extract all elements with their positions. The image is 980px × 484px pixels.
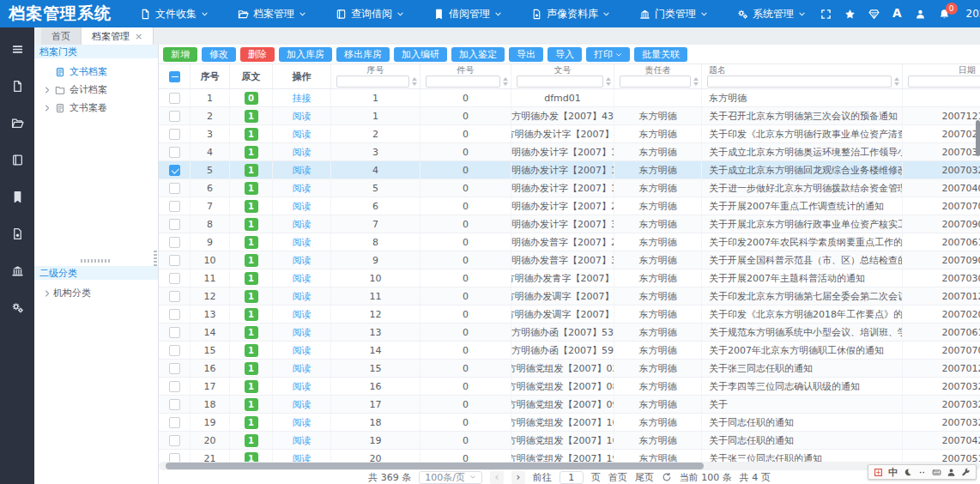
page-number-input[interactable] — [560, 471, 584, 484]
notification-bell[interactable]: 0 — [939, 9, 950, 20]
toolbar-button-8[interactable]: 导入 — [547, 47, 582, 62]
row-checkbox[interactable] — [169, 327, 180, 338]
row-checkbox[interactable] — [169, 219, 180, 230]
next-page-button[interactable]: › — [511, 471, 525, 484]
rail-item-folder-open[interactable] — [0, 105, 34, 142]
action-link[interactable]: 阅读 — [293, 380, 312, 393]
table-row[interactable]: 31阅读20东方明德办发计字【2007】4号东方明德关于印发《北京东方明德行政事… — [159, 125, 980, 143]
action-link[interactable]: 阅读 — [293, 434, 312, 447]
sort-control[interactable] — [409, 77, 420, 86]
toolbar-button-5[interactable]: 加入编研 — [394, 47, 447, 62]
prev-page-button[interactable]: ‹ — [490, 471, 504, 484]
action-link[interactable]: 阅读 — [293, 344, 312, 357]
row-checkbox[interactable] — [169, 147, 180, 158]
tree-item[interactable]: 机构分类 — [34, 284, 158, 302]
action-link[interactable]: 阅读 — [293, 110, 312, 123]
toolbar-button-4[interactable]: 移出库房 — [336, 47, 390, 62]
table-row[interactable]: 91阅读80东方明德办发普字【2007】25号东方明德关于印发2007年农民科学… — [159, 233, 980, 251]
action-link[interactable]: 阅读 — [293, 362, 312, 375]
action-link[interactable]: 阅读 — [293, 326, 312, 339]
row-checkbox[interactable] — [169, 381, 180, 392]
rail-item-gears[interactable] — [0, 289, 34, 326]
row-checkbox[interactable] — [169, 183, 180, 194]
tree-item[interactable]: 会计档案 — [34, 81, 158, 99]
table-row[interactable]: 51阅读40东方明德办发计字【2007】11号东方明德关于成立北京东方明德回龙观… — [159, 161, 980, 179]
table-row[interactable]: 61阅读50东方明德办发计字【2007】15号东方明德关于进一步做好北京东方明德… — [159, 179, 980, 197]
rail-item-bank[interactable] — [0, 252, 34, 289]
row-checkbox[interactable] — [169, 363, 180, 374]
filter-input-2[interactable] — [517, 76, 603, 88]
sort-asc-icon[interactable] — [606, 77, 611, 81]
table-row[interactable]: 131阅读120东方明德办发调字【2007】5号东方明德关于印发《北京东方明德2… — [159, 306, 980, 324]
filter-input-0[interactable] — [336, 76, 409, 88]
sort-desc-icon[interactable] — [606, 82, 611, 86]
sort-asc-icon[interactable] — [894, 77, 899, 81]
row-checkbox[interactable] — [169, 309, 180, 320]
action-link[interactable]: 阅读 — [293, 308, 312, 321]
table-row[interactable]: 21阅读10东方明德办发【2007】43号东方明德关于召开北京东方明德第三次会议… — [159, 107, 980, 125]
table-row[interactable]: 71阅读60东方明德办发计字【2007】27号东方明德关于开展2007年重点工作… — [159, 197, 980, 215]
first-page-link[interactable]: 首页 — [608, 471, 627, 484]
table-row[interactable]: 161阅读150东方明德党组发【2007】02号东方明德关于张三同志任职的通知2… — [159, 360, 980, 378]
sort-control[interactable] — [500, 77, 511, 86]
star-icon[interactable] — [844, 9, 856, 20]
row-checkbox[interactable] — [169, 165, 180, 176]
action-link[interactable]: 阅读 — [293, 218, 312, 231]
gem-icon[interactable] — [868, 9, 880, 20]
topnav-item-0[interactable]: 文件收集 — [125, 0, 223, 27]
sort-control[interactable] — [603, 77, 614, 86]
table-row[interactable]: 211阅读200东方明德党组发【2007】19号东方明德关于张三位同志任职的通知… — [159, 450, 980, 462]
action-link[interactable]: 阅读 — [293, 146, 312, 159]
sort-desc-icon[interactable] — [412, 82, 417, 86]
keyboard-icon[interactable] — [932, 468, 941, 477]
row-checkbox[interactable] — [169, 273, 180, 284]
action-link[interactable]: 阅读 — [293, 452, 312, 463]
topnav-item-5[interactable]: 门类管理 — [625, 0, 723, 27]
topnav-item-2[interactable]: 查询借阅 — [321, 0, 419, 27]
row-checkbox[interactable] — [169, 201, 180, 212]
vertical-scrollbar-thumb[interactable] — [976, 120, 980, 156]
ime-logo-icon[interactable] — [874, 468, 883, 477]
rail-item-hamburger[interactable] — [0, 31, 34, 68]
sort-asc-icon[interactable] — [503, 77, 508, 81]
sort-desc-icon[interactable] — [894, 82, 899, 86]
row-checkbox[interactable] — [169, 399, 180, 410]
toolbar-button-3[interactable]: 加入库房 — [279, 47, 332, 62]
action-link[interactable]: 阅读 — [293, 128, 312, 141]
sort-control[interactable] — [691, 77, 701, 86]
rail-item-file[interactable] — [0, 68, 34, 105]
action-link[interactable]: 阅读 — [293, 290, 312, 303]
tab-0[interactable]: 首页 — [41, 27, 82, 45]
wrench-icon[interactable] — [961, 468, 971, 477]
row-checkbox[interactable] — [169, 453, 180, 463]
tree-item[interactable]: 文书档案 — [34, 63, 158, 81]
topnav-item-1[interactable]: 档案管理 — [223, 0, 321, 27]
rail-item-bookmark[interactable] — [0, 178, 34, 215]
topnav-item-4[interactable]: 声像资料库 — [517, 0, 625, 27]
tab-close-icon[interactable]: × — [135, 31, 142, 42]
sort-control[interactable] — [892, 77, 902, 86]
row-checkbox[interactable] — [169, 435, 180, 446]
topnav-item-6[interactable]: 系统管理 — [723, 0, 820, 27]
toolbar-button-2[interactable]: 删除 — [240, 47, 275, 62]
action-link[interactable]: 阅读 — [293, 182, 312, 195]
tree-item[interactable]: 文书案卷 — [34, 99, 158, 117]
row-checkbox[interactable] — [169, 237, 180, 248]
toolbar-button-6[interactable]: 加入鉴定 — [451, 47, 505, 62]
action-link[interactable]: 阅读 — [293, 254, 312, 267]
table-row[interactable]: 191阅读180东方明德党组发【2007】10号东方明德关于同志任职的通知200… — [159, 414, 980, 432]
action-link[interactable]: 阅读 — [293, 164, 312, 177]
quote-icon[interactable] — [917, 468, 927, 477]
action-link[interactable]: 阅读 — [293, 200, 312, 213]
tab-1[interactable]: 档案管理× — [82, 27, 154, 45]
action-link[interactable]: 挂接 — [293, 92, 312, 105]
sort-desc-icon[interactable] — [503, 82, 508, 86]
sort-asc-icon[interactable] — [693, 77, 699, 81]
fullscreen-icon[interactable] — [820, 9, 832, 20]
row-checkbox[interactable] — [169, 255, 180, 266]
row-checkbox[interactable] — [169, 417, 180, 428]
last-page-link[interactable]: 尾页 — [635, 471, 654, 484]
horizontal-scrollbar[interactable] — [159, 462, 980, 470]
panel-splitter-handle[interactable] — [81, 259, 112, 263]
rail-item-file-av[interactable] — [0, 215, 34, 252]
